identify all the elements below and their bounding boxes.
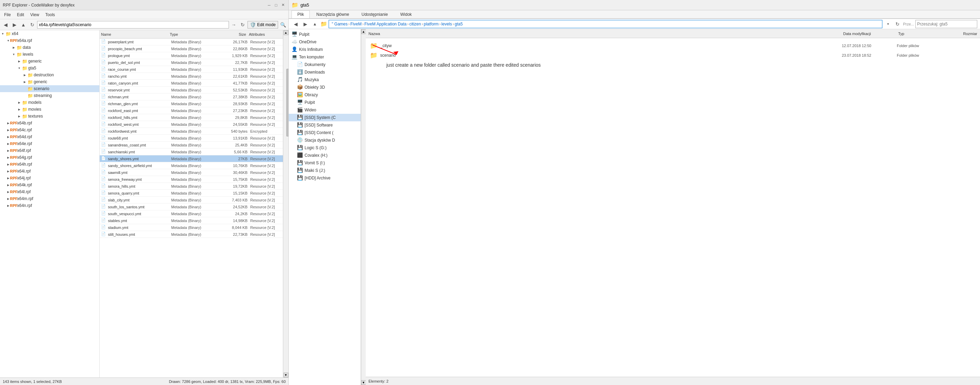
edit-mode-toggle[interactable]: 🛡️ Edit mode <box>248 21 278 29</box>
path-games[interactable]: " Games <box>332 22 347 27</box>
tree-item-scenario[interactable]: 📁 scenario <box>0 85 99 92</box>
nav-refresh-btn[interactable]: ↻ <box>239 21 247 29</box>
tree-item-x64m[interactable]: ▶ RPF x64m.rpf <box>0 195 99 202</box>
tree-item-x64k[interactable]: ▶ RPF x64k.rpf <box>0 181 99 188</box>
file-row[interactable]: 📄rockford_west.ymtMetadata (Binary)24,55… <box>100 121 283 128</box>
file-row[interactable]: 📄stadium.ymtMetadata (Binary)8,044 KBRes… <box>100 224 283 231</box>
nav-pulpit2[interactable]: 🖥️ Pulpit <box>289 99 361 106</box>
tree-item-movies[interactable]: ▶ 📁 movies <box>0 106 99 113</box>
file-row[interactable]: 📄route68.ymtMetadata (Binary)13,91KBReso… <box>100 135 283 142</box>
tab-narzedzia[interactable]: Narzędzia główne <box>310 10 355 18</box>
refresh-button[interactable]: ↻ <box>28 21 37 29</box>
tree-item-destruction[interactable]: ▶ 📁 destruction <box>0 72 99 78</box>
file-row[interactable]: 📄race_course.ymtMetadata (Binary)11,93KB… <box>100 66 283 73</box>
file-row[interactable]: 📄south_vespucci.ymtMetadata (Binary)24,2… <box>100 210 283 217</box>
tree-item-x64c[interactable]: ▶ RPF x64c.rpf <box>0 127 99 134</box>
nav-obrazy[interactable]: 🖼️ Obrazy <box>289 91 361 99</box>
tree-item-gta5[interactable]: ▼ 📁 gta5 <box>0 65 99 72</box>
tab-plik[interactable]: Plik <box>291 10 310 18</box>
path-levels[interactable]: levels <box>441 22 452 27</box>
path-platform[interactable]: platform <box>424 22 439 27</box>
file-row[interactable]: 📄senora_hills.ymtMetadata (Binary)19,72K… <box>100 183 283 190</box>
forward-button[interactable]: ▶ <box>10 21 19 29</box>
tree-item-x64[interactable]: ▼ 📁 x64 <box>0 30 99 37</box>
tree-item-generic1[interactable]: ▶ 📁 generic <box>0 58 99 65</box>
nav-muzyka[interactable]: 🎵 Muzyka <box>289 76 361 84</box>
nav-wideo[interactable]: 🎬 Wideo <box>289 106 361 114</box>
menu-view[interactable]: View <box>27 12 42 18</box>
tree-item-x64d[interactable]: ▶ RPF x64d.rpf <box>0 134 99 140</box>
file-row[interactable]: 📄sandy_shores.ymtMetadata (Binary)27KBRe… <box>100 155 283 162</box>
file-row[interactable]: 📄procopio_beach.ymtMetadata (Binary)22,8… <box>100 45 283 52</box>
file-row[interactable]: 📄reservoir.ymtMetadata (Binary)52,53KBRe… <box>100 87 283 94</box>
nav-kris[interactable]: 👤 Kris Infinitum <box>289 46 361 53</box>
file-row[interactable]: 📄sanchianski.ymtMetadata (Binary)5,66 KB… <box>100 148 283 155</box>
nav-vomit[interactable]: 💾 Vomit S (I:) <box>289 159 361 167</box>
we-path-display[interactable]: " Games › FiveM › FiveM Application Data… <box>329 20 882 28</box>
tree-item-models[interactable]: ▶ 📁 models <box>0 99 99 106</box>
tree-item-textures[interactable]: ▶ 📁 textures <box>0 113 99 119</box>
nav-obiekty3d[interactable]: 📦 Obiekty 3D <box>289 84 361 91</box>
tree-item-x64l[interactable]: ▶ RPF x64l.rpf <box>0 188 99 195</box>
file-row[interactable]: 📄puerto_del_sol.ymtMetadata (Binary)22,7… <box>100 59 283 66</box>
nav-ssd-software[interactable]: 💾 [SSD] Software <box>289 121 361 129</box>
menu-tools[interactable]: Tools <box>43 12 58 18</box>
nav-pulpit[interactable]: 🖥️ Pulpit <box>289 30 361 38</box>
file-row[interactable]: 📄senora_freeway.ymtMetadata (Binary)15,7… <box>100 176 283 183</box>
nav-covalex[interactable]: ⬛ Covalex (H:) <box>289 151 361 159</box>
tab-widok[interactable]: Widok <box>394 10 417 18</box>
nav-downloads[interactable]: ⬇️ Downloads <box>289 68 361 76</box>
we-col-type[interactable]: Typ <box>898 32 943 36</box>
folder-row-cityw[interactable]: 📁 _cityw 12.07.2018 12:50 Folder plików <box>369 41 977 51</box>
file-row[interactable]: 📄stables.ymtMetadata (Binary)14,98KBReso… <box>100 217 283 224</box>
tree-item-data[interactable]: ▶ 📁 data <box>0 44 99 51</box>
back-button[interactable]: ◀ <box>2 21 10 29</box>
nav-maiki[interactable]: 💾 Maiki S (J:) <box>289 167 361 174</box>
path-citizen[interactable]: citizen <box>409 22 421 27</box>
file-row[interactable]: 📄rockfordwest.ymtMetadata (Binary)540 by… <box>100 128 283 135</box>
minimize-button[interactable]: ─ <box>266 2 272 8</box>
nav-onedrive[interactable]: ☁️ OneDrive <box>289 38 361 46</box>
path-input[interactable] <box>37 21 229 29</box>
tree-item-x64n[interactable]: ▶ RPF x64n.rpf <box>0 202 99 209</box>
we-dropdown-button[interactable]: ▾ <box>884 20 892 28</box>
file-row[interactable]: 📄slab_city.ymtMetadata (Binary)7,403 KBR… <box>100 197 283 204</box>
path-fivem[interactable]: FiveM <box>350 22 362 27</box>
we-up-button[interactable]: ▲ <box>311 20 319 28</box>
nav-ten-komputer[interactable]: 💻 Ten komputer <box>289 53 361 61</box>
tree-item-levels[interactable]: ▼ 📁 levels <box>0 51 99 58</box>
we-col-size[interactable]: Rozmiar <box>943 32 977 36</box>
menu-file[interactable]: File <box>2 12 13 18</box>
nav-ssd-system[interactable]: 💾 [SSD] System (C <box>289 114 361 121</box>
tab-udostepnianie[interactable]: Udostępnianie <box>356 10 394 18</box>
we-search-input[interactable] <box>915 20 977 28</box>
tree-item-x64b[interactable]: ▶ RPF x64b.rpf <box>0 119 99 127</box>
tree-item-x64h[interactable]: ▶ RPF x64h.rpf <box>0 161 99 168</box>
file-row[interactable]: 📄raton_canyon.ymtMetadata (Binary)41,77K… <box>100 80 283 87</box>
col-header-type[interactable]: Type <box>170 32 221 37</box>
nav-ssd-content[interactable]: 💾 [SSD] Content ( <box>289 129 361 137</box>
menu-edit[interactable]: Edit <box>14 12 27 18</box>
file-row[interactable]: 📄south_los_santos.ymtMetadata (Binary)24… <box>100 204 283 210</box>
file-row[interactable]: 📄prologue.ymtMetadata (Binary)1,929 KBRe… <box>100 52 283 59</box>
col-header-attr[interactable]: Attributes <box>249 32 282 37</box>
tree-item-x64a-rpf[interactable]: ▼ RPF x64a.rpf <box>0 37 99 44</box>
nav-hdd[interactable]: 💾 [HDD] Archive <box>289 174 361 182</box>
col-header-size[interactable]: Size <box>221 32 249 37</box>
we-back-button[interactable]: ◀ <box>291 20 300 28</box>
file-row[interactable]: 📄rockford_hills.ymtMetadata (Binary)29,8… <box>100 114 283 121</box>
col-header-name[interactable]: Name <box>101 32 170 37</box>
tree-item-x64i[interactable]: ▶ RPF x64i.rpf <box>0 168 99 175</box>
nav-dokumenty[interactable]: 📄 Dokumenty <box>289 61 361 68</box>
nav-logic[interactable]: 💾 Logic S (G:) <box>289 144 361 151</box>
path-gta5[interactable]: gta5 <box>455 22 463 27</box>
file-row[interactable]: 📄stilt_houses.ymtMetadata (Binary)22,73K… <box>100 231 283 238</box>
up-button[interactable]: ▲ <box>19 21 27 29</box>
file-row[interactable]: 📄richman_glen.ymtMetadata (Binary)28,93K… <box>100 100 283 107</box>
tree-item-x64j[interactable]: ▶ RPF x64j.rpf <box>0 175 99 181</box>
rpf-scrollbar[interactable]: ▲ ▼ <box>283 30 288 377</box>
close-button[interactable]: ✕ <box>280 2 286 8</box>
we-col-date[interactable]: Data modyfikacji <box>843 32 898 36</box>
tree-item-x64f[interactable]: ▶ RPF x64f.rpf <box>0 147 99 154</box>
file-row[interactable]: 📄rancho.ymtMetadata (Binary)22,61KBResou… <box>100 73 283 80</box>
